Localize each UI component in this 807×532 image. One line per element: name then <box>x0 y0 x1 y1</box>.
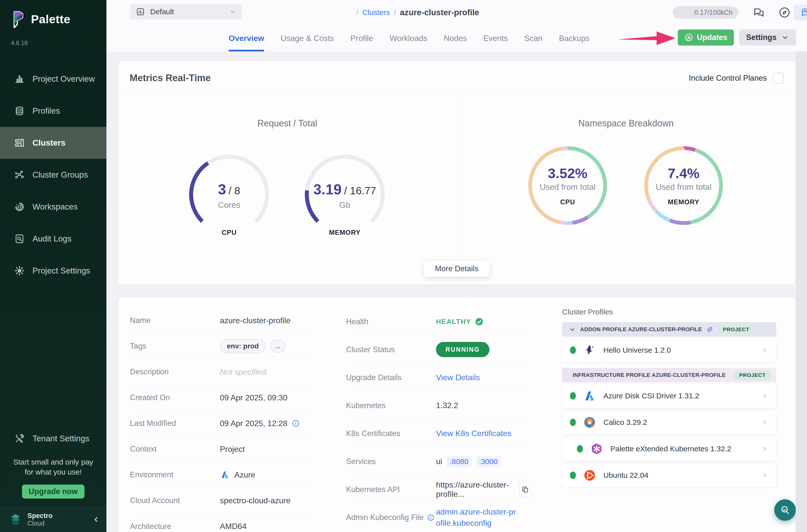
view-certificates-link[interactable]: View K8s Certificates <box>436 429 511 438</box>
profile-pack-pxk[interactable]: Palette eXtended Kubernetes 1.32.2 <box>562 437 776 461</box>
book-icon <box>801 8 807 17</box>
sidebar-item-cluster-groups[interactable]: Cluster Groups <box>0 159 107 191</box>
infrastructure-profile-name: INFRASTRUCTURE PROFILE AZURE-CLUSTER-PRO… <box>573 372 726 378</box>
chevron-right-icon <box>761 392 769 400</box>
sidebar-item-project-overview[interactable]: Project Overview <box>0 63 107 95</box>
tag-more[interactable]: ... <box>270 340 285 353</box>
service-port-8080-link[interactable]: :8080 <box>447 456 471 467</box>
memory-gauge-unit: Gb <box>339 200 350 210</box>
chat-icon[interactable] <box>752 6 765 19</box>
chevron-down-icon <box>569 326 576 333</box>
memory-donut-label: MEMORY <box>668 198 699 206</box>
detail-row-kubeconfig: Admin Kubeconfig File admin.azure-cluste… <box>346 504 531 532</box>
sidebar-item-label: Project Settings <box>33 266 90 276</box>
cpu-request-gauge: 3 / 8 Cores CPU <box>187 152 271 237</box>
cluster-profiles-panel: Cluster Profiles ADDON PROFILE AZURE-CLU… <box>562 308 776 488</box>
cpu-donut-value: 3.52% <box>548 165 588 181</box>
sidebar-item-audit-logs[interactable]: Audit Logs <box>0 223 107 255</box>
sidebar-item-project-settings[interactable]: Project Settings <box>0 255 107 287</box>
clusters-icon <box>14 137 25 148</box>
breadcrumb-clusters-link[interactable]: Clusters <box>362 8 390 17</box>
sidebar-collapse-button[interactable]: ‹ <box>94 513 98 526</box>
compass-icon[interactable] <box>778 6 791 19</box>
service-port-3000-link[interactable]: :3000 <box>476 456 501 467</box>
view-details-link[interactable]: View Details <box>436 373 480 382</box>
ubuntu-icon <box>583 469 596 482</box>
metrics-title: Metrics Real-Time <box>130 73 211 83</box>
project-selector[interactable]: Default <box>130 4 242 19</box>
info-icon[interactable] <box>292 419 300 428</box>
copy-icon <box>521 486 529 494</box>
project-icon <box>136 7 145 17</box>
health-value: HEALTHY <box>436 318 471 326</box>
detail-row-kubernetes: Kubernetes 1.32.2 <box>346 392 531 420</box>
settings-button[interactable]: Settings <box>739 30 796 45</box>
spectro-cloud-logo <box>8 513 22 527</box>
profile-pack-calico[interactable]: Calico 3.29.2 <box>562 410 776 435</box>
cpu-donut-caption: Used from total <box>540 182 596 192</box>
app-logo[interactable]: Palette <box>0 0 107 28</box>
detail-row-health: Health HEALTHY <box>346 308 531 336</box>
profile-pack-azure-disk-csi[interactable]: Azure Disk CSI Driver 1.31.2 <box>562 384 776 408</box>
link-icon <box>706 326 714 333</box>
updates-button[interactable]: Updates <box>678 30 734 45</box>
profile-pack-hello-universe[interactable]: Hello Universe 1.2.0 <box>562 338 776 362</box>
cluster-name-value: azure-cluster-profile <box>220 316 290 325</box>
memory-donut-caption: Used from total <box>656 182 712 192</box>
kubeconfig-file-link[interactable]: admin.azure-cluster-profile.kubeconfig <box>436 506 519 529</box>
project-selector-value: Default <box>150 7 224 16</box>
sidebar-item-clusters[interactable]: Clusters <box>0 127 107 159</box>
memory-gauge-value: 3.19 <box>313 181 341 197</box>
sidebar-item-label: Cluster Groups <box>33 170 88 179</box>
copy-button[interactable] <box>520 482 531 497</box>
search-icon <box>779 504 791 516</box>
sidebar: Palette 4.6.18 Project Overview Profiles <box>0 0 107 532</box>
sidebar-item-label: Workspaces <box>33 202 78 212</box>
tab-events[interactable]: Events <box>484 25 508 52</box>
include-control-planes-label: Include Control Planes <box>689 74 767 83</box>
more-details-button[interactable]: More Details <box>424 261 489 277</box>
infrastructure-profile-header[interactable]: INFRASTRUCTURE PROFILE AZURE-CLUSTER-PRO… <box>562 368 776 382</box>
detail-row-modified: Last Modified 09 Apr 2025, 12:28 <box>130 411 317 436</box>
tab-profile[interactable]: Profile <box>351 25 373 52</box>
scrollbar-track[interactable] <box>796 52 807 532</box>
sidebar-item-workspaces[interactable]: Workspaces <box>0 191 107 223</box>
profile-pack-ubuntu[interactable]: Ubuntu 22.04 <box>562 463 776 488</box>
search-fab-button[interactable] <box>774 499 796 521</box>
service-name: ui <box>436 457 442 466</box>
tag-env-prod[interactable]: env: prod <box>220 339 266 353</box>
detail-row-certificates: K8s Certificates View K8s Certificates <box>346 420 531 448</box>
chevron-down-icon <box>229 8 236 16</box>
docs-button[interactable]: Docs <box>794 4 807 20</box>
kubernetes-api-value: https://azure-cluster-profile... <box>436 480 515 499</box>
tab-overview[interactable]: Overview <box>229 25 264 52</box>
promo-text: Start small and only pay for what you us… <box>6 457 100 477</box>
palette-logo-icon <box>10 10 26 28</box>
profiles-icon <box>14 106 25 116</box>
memory-donut-value: 7.4% <box>668 165 699 181</box>
breadcrumb-separator: / <box>356 8 358 17</box>
detail-row-services: Services ui :8080 :3000 <box>346 448 531 476</box>
tab-usage-costs[interactable]: Usage & Costs <box>281 25 334 52</box>
sidebar-item-tenant-settings[interactable]: Tenant Settings <box>0 423 107 455</box>
hello-universe-icon <box>583 343 596 357</box>
pack-status-dot <box>570 472 576 479</box>
context-value: Project <box>220 444 245 454</box>
addon-profile-header[interactable]: ADDON PROFILE AZURE-CLUSTER-PROFILE PROJ… <box>562 322 776 337</box>
upgrade-now-button[interactable]: Upgrade now <box>22 484 85 498</box>
app-version: 4.6.18 <box>0 28 107 46</box>
sidebar-footer: Spectro Cloud ‹ <box>0 507 107 532</box>
tab-workloads[interactable]: Workloads <box>390 25 427 52</box>
cloud-account-value: spectro-cloud-azure <box>220 496 290 505</box>
tab-backups[interactable]: Backups <box>559 25 589 52</box>
cluster-details-card: Name azure-cluster-profile Tags env: pro… <box>118 298 795 532</box>
sidebar-item-profiles[interactable]: Profiles <box>0 95 107 127</box>
cpu-gauge-unit: Cores <box>218 200 241 210</box>
info-icon[interactable] <box>427 514 434 521</box>
sidebar-item-label: Project Overview <box>33 74 95 84</box>
include-control-planes-checkbox[interactable] <box>773 73 784 84</box>
tab-nodes[interactable]: Nodes <box>444 25 467 52</box>
cluster-overview-screen: Palette 4.6.18 Project Overview Profiles <box>0 0 807 532</box>
cluster-profiles-title: Cluster Profiles <box>562 308 776 316</box>
tab-scan[interactable]: Scan <box>524 25 542 52</box>
